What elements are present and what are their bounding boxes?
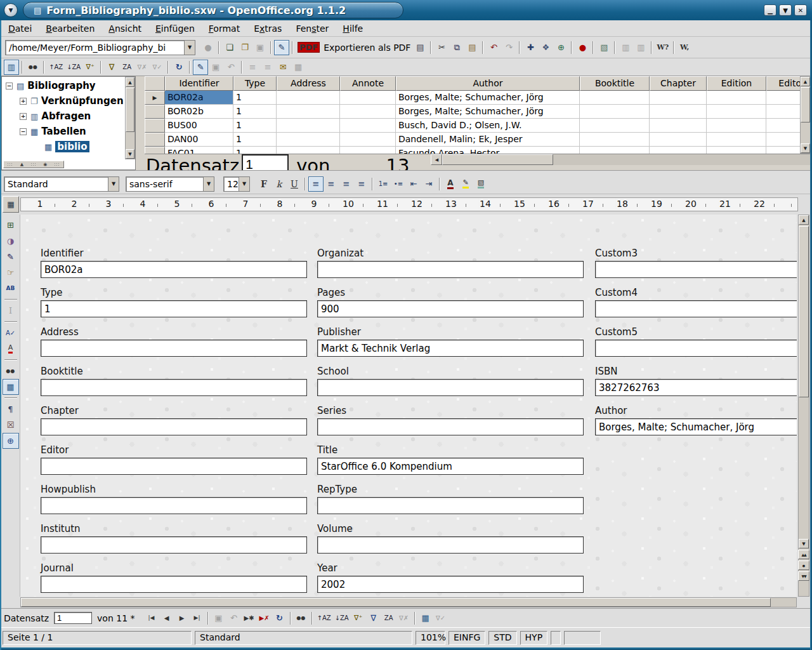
font-size-combo[interactable]: 12 ▼ bbox=[223, 176, 250, 192]
record-macro-button[interactable]: ● bbox=[575, 40, 590, 55]
italic-button[interactable]: k bbox=[272, 176, 287, 192]
document-vscrollbar[interactable]: ▲ ▼ bbox=[798, 215, 809, 597]
column-header-booktitle[interactable]: Booktitle bbox=[580, 76, 650, 91]
window-menu-button[interactable]: ▼ bbox=[4, 3, 18, 17]
field-input-volume[interactable] bbox=[317, 536, 584, 554]
url-combo[interactable]: /home/Meyer/Form_Bibliography_bi ▼ bbox=[5, 40, 195, 55]
cell[interactable] bbox=[340, 91, 396, 105]
tree-scroll-down-button[interactable]: ▼ bbox=[126, 149, 134, 159]
tree-expander[interactable]: − bbox=[6, 83, 13, 90]
menu-ansicht[interactable]: Ansicht bbox=[102, 22, 148, 36]
form-functions-button[interactable]: ☞ bbox=[3, 265, 19, 281]
field-input-custom3[interactable] bbox=[595, 261, 797, 278]
data-sources-button[interactable]: ▦ bbox=[3, 379, 19, 395]
delete-record-button[interactable]: ▶✗ bbox=[257, 611, 272, 626]
status-style[interactable]: Standard bbox=[195, 631, 412, 645]
url-value[interactable]: /home/Meyer/Form_Bibliography_bi bbox=[6, 43, 184, 53]
hyperlink-dialog-button[interactable]: ⊕ bbox=[553, 40, 568, 55]
new-record-button[interactable]: ▶✱ bbox=[242, 611, 257, 626]
first-record-button[interactable]: |◀ bbox=[144, 611, 159, 626]
doc-scroll-down-button[interactable]: ▼ bbox=[799, 539, 809, 548]
cell[interactable] bbox=[707, 133, 766, 147]
insert-button[interactable]: ⊞ bbox=[3, 217, 19, 233]
tree-expander[interactable]: + bbox=[20, 113, 27, 120]
status-zoom[interactable]: 101% bbox=[416, 631, 445, 645]
tree-item-tabellen[interactable]: −▦Tabellen bbox=[2, 124, 125, 139]
next-record-button[interactable]: ▶ bbox=[174, 611, 190, 626]
cell[interactable] bbox=[650, 91, 707, 105]
status-page[interactable]: Seite 1 / 1 bbox=[3, 631, 192, 645]
collapse-icon[interactable]: ▲ bbox=[20, 162, 23, 167]
grid-scroll-up-button[interactable]: ▲ bbox=[801, 77, 810, 86]
cell[interactable] bbox=[650, 133, 707, 147]
font-color-button[interactable]: A bbox=[443, 176, 458, 192]
sort-ascending-button[interactable]: ↑AZ bbox=[47, 60, 65, 75]
w-tool-2-button[interactable]: W, bbox=[677, 40, 692, 55]
doc-scroll-up-button[interactable]: ▲ bbox=[799, 215, 809, 225]
field-input-year[interactable] bbox=[317, 576, 584, 593]
decrease-indent-button[interactable]: ⇤ bbox=[406, 176, 421, 192]
doc-hscroll-thumb[interactable] bbox=[21, 598, 771, 607]
style-dropdown-button[interactable]: ▼ bbox=[108, 177, 119, 191]
paste-button[interactable]: ▤ bbox=[464, 40, 480, 55]
cell[interactable] bbox=[650, 105, 707, 119]
grid-scrollbar[interactable]: ▲ ▼ bbox=[800, 76, 811, 154]
cell[interactable] bbox=[277, 133, 340, 147]
column-header-type[interactable]: Type bbox=[233, 76, 277, 91]
w-tool-1-button[interactable]: W? bbox=[655, 40, 671, 55]
grid-scroll-thumb[interactable] bbox=[801, 87, 810, 123]
grid-hscroll-left-button[interactable]: ◀ bbox=[431, 154, 442, 165]
cell[interactable] bbox=[580, 91, 650, 105]
justify-button[interactable]: ≡ bbox=[354, 176, 369, 192]
edit-data-button[interactable]: ✎ bbox=[193, 60, 208, 75]
cell[interactable]: 1 bbox=[233, 119, 277, 133]
field-input-institutn[interactable] bbox=[41, 536, 307, 554]
font-size-value[interactable]: 12 bbox=[224, 179, 239, 189]
undo-button[interactable]: ↶ bbox=[486, 40, 501, 55]
field-input-series[interactable] bbox=[317, 418, 584, 435]
refresh-form-button[interactable]: ↻ bbox=[272, 611, 287, 626]
find-replace-button[interactable]: ●● bbox=[3, 363, 19, 379]
paragraph-style-value[interactable]: Standard bbox=[4, 179, 108, 189]
field-input-isbn[interactable] bbox=[595, 379, 797, 396]
cell[interactable]: BOR02a bbox=[165, 91, 233, 105]
titlebar-capsule[interactable]: ▤ Form_Bibliography_biblio.sxw - OpenOff… bbox=[23, 2, 403, 18]
grid-hscroll-thumb[interactable] bbox=[442, 154, 553, 165]
print-file-button[interactable]: ▤ bbox=[412, 40, 428, 55]
cell[interactable] bbox=[277, 91, 340, 105]
tree-item-verknüpfungen[interactable]: +❐Verknüpfungen bbox=[2, 93, 125, 109]
menu-fenster[interactable]: Fenster bbox=[289, 22, 336, 36]
shade-button[interactable]: ▼ bbox=[779, 4, 792, 16]
bold-button[interactable]: F bbox=[256, 176, 272, 192]
document-hscrollbar[interactable] bbox=[20, 597, 797, 607]
column-header-chapter[interactable]: Chapter bbox=[650, 76, 707, 91]
menu-hilfe[interactable]: Hilfe bbox=[336, 22, 370, 36]
standard-filter-button[interactable]: ∇ bbox=[104, 60, 119, 75]
field-input-howpublish[interactable] bbox=[41, 497, 307, 514]
data-source-explorer-button[interactable]: ▥ bbox=[4, 60, 19, 75]
field-input-school[interactable] bbox=[317, 379, 584, 396]
edit-file-button[interactable]: ✎ bbox=[274, 40, 289, 55]
record-number-input[interactable] bbox=[242, 154, 289, 170]
field-input-pages[interactable] bbox=[317, 300, 584, 317]
column-header-annote[interactable]: Annote bbox=[340, 76, 396, 91]
cell[interactable] bbox=[707, 119, 766, 133]
data-source-as-table-button[interactable]: ▦ bbox=[418, 611, 433, 626]
auto-spellcheck-button[interactable]: A bbox=[3, 341, 19, 357]
cell[interactable] bbox=[340, 119, 396, 133]
cell[interactable] bbox=[277, 105, 340, 119]
url-dropdown-button[interactable]: ▼ bbox=[184, 41, 195, 55]
row-selector[interactable] bbox=[145, 119, 165, 133]
refresh-data-button[interactable]: ↻ bbox=[171, 60, 187, 75]
column-header-edition[interactable]: Edition bbox=[707, 76, 766, 91]
paragraph-background-button[interactable]: ▧ bbox=[473, 176, 488, 192]
tree-scroll-thumb[interactable] bbox=[126, 88, 134, 132]
size-dropdown-button[interactable]: ▼ bbox=[239, 177, 249, 191]
cell[interactable] bbox=[650, 119, 707, 133]
field-input-organizat[interactable] bbox=[317, 261, 584, 278]
ruler-corner-button[interactable]: ▦ bbox=[3, 196, 19, 213]
spellcheck-button[interactable]: A✓ bbox=[3, 325, 19, 341]
cell[interactable]: Borges, Malte; Schumacher, Jörg bbox=[396, 91, 580, 105]
column-header-author[interactable]: Author bbox=[396, 76, 580, 91]
doc-scroll-thumb[interactable] bbox=[799, 226, 809, 397]
